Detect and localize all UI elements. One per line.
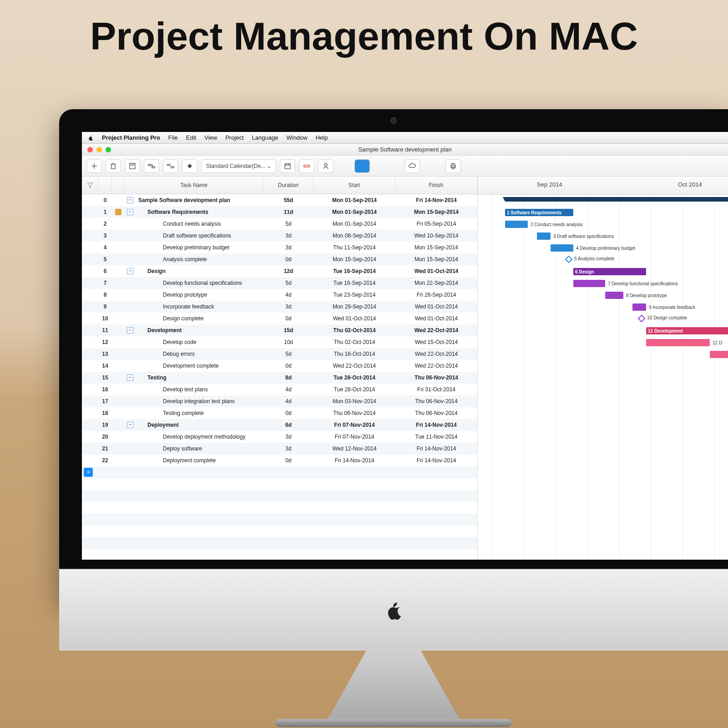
task-finish-cell[interactable]: Mon 15-Sep-2014 (395, 209, 477, 215)
task-duration-cell[interactable]: 55d (263, 197, 313, 203)
task-finish-cell[interactable]: Mon 22-Sep-2014 (395, 280, 477, 286)
task-name-cell[interactable]: Draft software specifications (136, 233, 263, 239)
task-name-cell[interactable]: Deployment (136, 422, 263, 428)
task-start-cell[interactable]: Mon 01-Sep-2014 (313, 221, 395, 227)
task-finish-cell[interactable]: Mon 15-Sep-2014 (395, 256, 477, 263)
task-start-cell[interactable]: Fri 14-Nov-2014 (313, 457, 395, 464)
gantt-milestone[interactable] (638, 315, 646, 323)
gantt-bar[interactable]: 6 Design (573, 268, 646, 275)
col-task-name[interactable]: Task Name (125, 177, 263, 194)
task-duration-cell[interactable]: 0d (263, 410, 313, 416)
task-row[interactable]: 9Incorporate feedback3dMon 29-Sep-2014We… (82, 301, 477, 313)
expand-toggle[interactable]: − (127, 374, 133, 381)
task-row[interactable]: 21Deploy software3dWed 12-Nov-2014Fri 14… (82, 443, 477, 455)
task-finish-cell[interactable]: Fri 31-Oct-2014 (395, 386, 477, 393)
task-row[interactable]: 4Develop preliminary budget3dThu 11-Sep-… (82, 242, 477, 253)
task-row[interactable]: 8Develop prototype4dTue 23-Sep-2014Fri 2… (82, 289, 477, 301)
task-finish-cell[interactable]: Wed 22-Oct-2014 (395, 327, 477, 334)
task-duration-cell[interactable]: 15d (263, 327, 313, 334)
task-row[interactable]: 0−Sample Software development plan55dMon… (82, 194, 477, 206)
task-name-cell[interactable]: Develop functional specifications (136, 280, 263, 286)
task-duration-cell[interactable]: 3d (263, 445, 313, 452)
col-start[interactable]: Start (313, 177, 395, 194)
task-start-cell[interactable]: Fri 07-Nov-2014 (313, 434, 395, 440)
task-finish-cell[interactable]: Wed 10-Sep-2014 (395, 233, 477, 239)
task-row[interactable]: 11−Development15dThu 02-Oct-2014Wed 22-O… (82, 324, 477, 336)
task-row[interactable]: 1−Software Requirements11dMon 01-Sep-201… (82, 206, 477, 218)
task-finish-cell[interactable]: Thu 06-Nov-2014 (395, 374, 477, 381)
menu-edit[interactable]: Edit (186, 134, 196, 141)
task-duration-cell[interactable]: 5d (263, 351, 313, 357)
gantt-bar[interactable]: 8 Develop prototype (605, 292, 623, 299)
task-name-cell[interactable]: Design (136, 268, 263, 274)
calendar-button[interactable] (280, 159, 295, 173)
task-name-cell[interactable]: Debug errors (136, 351, 263, 357)
task-name-cell[interactable]: Incorporate feedback (136, 303, 263, 310)
task-finish-cell[interactable]: Wed 01-Oct-2014 (395, 315, 477, 322)
gantt-chart[interactable]: Sep 2014 Oct 2014 0 Sample Software (478, 177, 728, 560)
task-start-cell[interactable]: Mon 01-Sep-2014 (313, 197, 395, 203)
calendar-select[interactable]: Standard Calendar(De... ⌄ (201, 159, 276, 173)
task-row[interactable]: 17Develop integration test plans4dMon 03… (82, 395, 477, 407)
task-name-cell[interactable]: Sample Software development plan (136, 197, 263, 203)
task-row[interactable]: 6−Design12dTue 16-Sep-2014Wed 01-Oct-201… (82, 265, 477, 277)
unlink-tasks-button[interactable] (163, 159, 178, 173)
task-row[interactable]: 3Draft software specifications3dMon 08-S… (82, 230, 477, 242)
task-name-cell[interactable]: Development complete (136, 363, 263, 369)
task-name-cell[interactable]: Analysis complete (136, 256, 263, 263)
task-finish-cell[interactable]: Thu 06-Nov-2014 (395, 398, 477, 404)
print-button[interactable] (445, 159, 461, 173)
task-start-cell[interactable]: Wed 01-Oct-2014 (313, 315, 395, 322)
task-finish-cell[interactable]: Tue 11-Nov-2014 (395, 434, 477, 440)
save-button[interactable] (125, 159, 140, 173)
task-row[interactable]: 2Conduct needs analysis5dMon 01-Sep-2014… (82, 218, 477, 230)
task-start-cell[interactable]: Tue 28-Oct-2014 (313, 386, 395, 393)
task-start-cell[interactable]: Thu 11-Sep-2014 (313, 244, 395, 251)
task-duration-cell[interactable]: 4d (263, 292, 313, 298)
menu-window[interactable]: Window (286, 134, 307, 141)
col-duration[interactable]: Duration (263, 177, 313, 194)
task-finish-cell[interactable]: Fri 14-Nov-2014 (395, 197, 477, 203)
gantt-bar[interactable] (710, 351, 728, 358)
task-duration-cell[interactable]: 12d (263, 268, 313, 274)
task-start-cell[interactable]: Tue 28-Oct-2014 (313, 374, 395, 381)
dropbox-button[interactable] (354, 159, 370, 173)
task-start-cell[interactable]: Mon 08-Sep-2014 (313, 233, 395, 239)
task-duration-cell[interactable]: 0d (263, 315, 313, 322)
menu-help[interactable]: Help (316, 134, 328, 141)
task-start-cell[interactable]: Tue 16-Sep-2014 (313, 268, 395, 274)
gantt-bar[interactable]: 1 Software Requirements (505, 209, 573, 216)
task-name-cell[interactable]: Develop deployment methodology (136, 434, 263, 440)
gantt-bar[interactable]: 3 Draft software specifications (537, 233, 551, 240)
task-name-cell[interactable]: Develop preliminary budget (136, 244, 263, 251)
task-name-cell[interactable]: Conduct needs analysis (136, 221, 263, 227)
task-duration-cell[interactable]: 5d (263, 221, 313, 227)
task-row[interactable]: 10Design complete0dWed 01-Oct-2014Wed 01… (82, 313, 477, 324)
task-finish-cell[interactable]: Fri 26-Sep-2014 (395, 292, 477, 298)
task-start-cell[interactable]: Tue 16-Sep-2014 (313, 280, 395, 286)
task-start-cell[interactable]: Mon 15-Sep-2014 (313, 256, 395, 263)
task-start-cell[interactable]: Thu 02-Oct-2014 (313, 339, 395, 345)
task-duration-cell[interactable]: 3d (263, 303, 313, 310)
task-start-cell[interactable]: Mon 01-Sep-2014 (313, 209, 395, 215)
task-duration-cell[interactable]: 5d (263, 280, 313, 286)
task-finish-cell[interactable]: Wed 01-Oct-2014 (395, 268, 477, 274)
task-finish-cell[interactable]: Wed 15-Oct-2014 (395, 339, 477, 345)
task-row[interactable]: 5Analysis complete0dMon 15-Sep-2014Mon 1… (82, 253, 477, 265)
task-finish-cell[interactable]: Wed 01-Oct-2014 (395, 303, 477, 310)
task-finish-cell[interactable]: Wed 22-Oct-2014 (395, 363, 477, 369)
icloud-button[interactable] (404, 159, 420, 173)
task-finish-cell[interactable]: Fri 05-Sep-2014 (395, 221, 477, 227)
task-name-cell[interactable]: Testing (136, 374, 263, 381)
task-start-cell[interactable]: Mon 29-Sep-2014 (313, 303, 395, 310)
task-start-cell[interactable]: Thu 02-Oct-2014 (313, 327, 395, 334)
task-row[interactable]: 13Debug errors5dThu 16-Oct-2014Wed 22-Oc… (82, 348, 477, 360)
task-name-cell[interactable]: Develop integration test plans (136, 398, 263, 404)
task-name-cell[interactable]: Design complete (136, 315, 263, 322)
task-finish-cell[interactable]: Wed 22-Oct-2014 (395, 351, 477, 357)
task-duration-cell[interactable]: 4d (263, 386, 313, 393)
task-start-cell[interactable]: Mon 03-Nov-2014 (313, 398, 395, 404)
task-duration-cell[interactable]: 8d (263, 374, 313, 381)
task-row[interactable]: 16Develop test plans4dTue 28-Oct-2014Fri… (82, 384, 477, 395)
task-duration-cell[interactable]: 0d (263, 363, 313, 369)
